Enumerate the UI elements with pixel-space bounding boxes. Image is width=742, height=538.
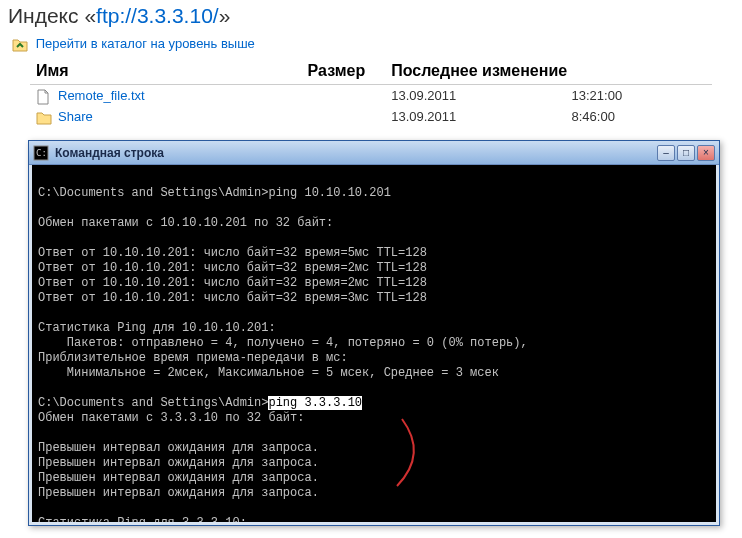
row-date: 13.09.2011 [385,84,565,106]
title-suffix: » [219,4,231,27]
title-url: ftp://3.3.3.10/ [96,4,219,27]
cmd-icon: C: [33,145,49,161]
parent-directory-text[interactable]: Перейти в каталог на уровень выше [36,36,255,51]
row-size [240,106,385,128]
row-time: 13:21:00 [566,84,712,106]
row-name[interactable]: Remote_file.txt [58,88,145,103]
row-time: 8:46:00 [566,106,712,128]
close-button[interactable]: × [697,145,715,161]
command-prompt-window: C: Командная строка – □ × C:\Documents a… [28,140,720,526]
maximize-button[interactable]: □ [677,145,695,161]
col-name[interactable]: Имя [30,58,240,85]
table-row[interactable]: Share13.09.20118:46:00 [30,106,712,128]
col-modified[interactable]: Последнее изменение [385,58,712,85]
row-name[interactable]: Share [58,109,93,124]
page-title: Индекс «ftp://3.3.3.10/» [0,0,742,32]
window-title: Командная строка [55,146,657,160]
col-size[interactable]: Размер [240,58,385,85]
table-row[interactable]: Remote_file.txt13.09.201113:21:00 [30,84,712,106]
directory-listing: Имя Размер Последнее изменение Remote_fi… [0,58,742,128]
title-prefix: Индекс « [8,4,96,27]
svg-text:C:: C: [36,148,47,158]
console-output[interactable]: C:\Documents and Settings\Admin>ping 10.… [29,165,719,525]
folder-icon [36,111,52,125]
folder-up-icon [12,38,28,52]
row-size [240,84,385,106]
titlebar[interactable]: C: Командная строка – □ × [29,141,719,165]
row-date: 13.09.2011 [385,106,565,128]
file-icon [36,89,52,103]
parent-directory-link[interactable]: Перейти в каталог на уровень выше [0,32,742,58]
minimize-button[interactable]: – [657,145,675,161]
